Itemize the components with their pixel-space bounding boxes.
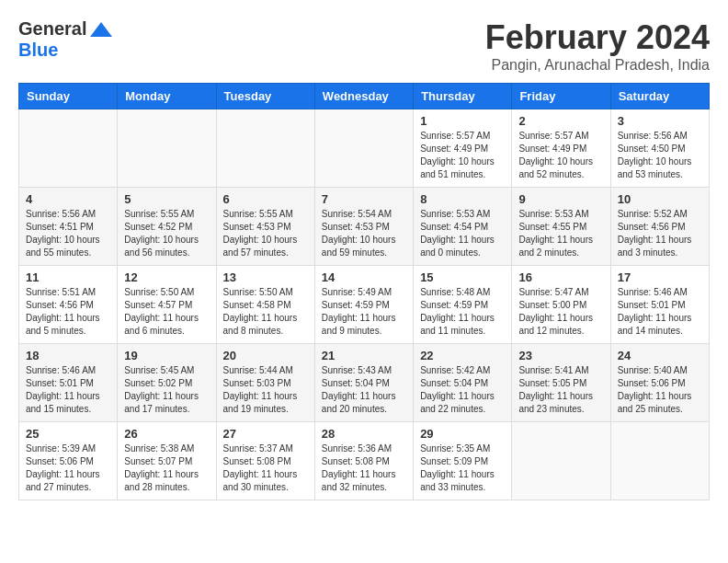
calendar-cell: 20Sunrise: 5:44 AMSunset: 5:03 PMDayligh… <box>216 344 314 422</box>
calendar-cell <box>118 109 216 188</box>
day-info: Sunrise: 5:50 AMSunset: 4:58 PMDaylight:… <box>223 286 308 338</box>
calendar-week-row: 18Sunrise: 5:46 AMSunset: 5:01 PMDayligh… <box>19 344 710 422</box>
calendar-week-row: 4Sunrise: 5:56 AMSunset: 4:51 PMDaylight… <box>19 188 710 266</box>
day-number: 21 <box>322 349 406 362</box>
calendar-cell <box>610 422 709 500</box>
weekday-header: Tuesday <box>216 84 314 109</box>
day-number: 5 <box>124 192 209 206</box>
calendar-cell <box>512 422 610 500</box>
day-info: Sunrise: 5:44 AMSunset: 5:03 PMDaylight:… <box>223 364 308 416</box>
calendar-cell: 3Sunrise: 5:56 AMSunset: 4:50 PMDaylight… <box>610 109 709 188</box>
day-info: Sunrise: 5:38 AMSunset: 5:07 PMDaylight:… <box>124 442 209 494</box>
day-number: 11 <box>26 270 110 284</box>
day-info: Sunrise: 5:40 AMSunset: 5:06 PMDaylight:… <box>618 364 702 416</box>
day-info: Sunrise: 5:52 AMSunset: 4:56 PMDaylight:… <box>618 208 702 259</box>
day-info: Sunrise: 5:54 AMSunset: 4:53 PMDaylight:… <box>322 208 406 259</box>
weekday-header-row: SundayMondayTuesdayWednesdayThursdayFrid… <box>19 84 710 109</box>
weekday-header: Monday <box>118 84 216 109</box>
day-number: 4 <box>26 192 110 206</box>
calendar-week-row: 25Sunrise: 5:39 AMSunset: 5:06 PMDayligh… <box>19 422 710 500</box>
day-info: Sunrise: 5:43 AMSunset: 5:04 PMDaylight:… <box>322 364 406 416</box>
calendar-cell: 4Sunrise: 5:56 AMSunset: 4:51 PMDaylight… <box>19 188 118 266</box>
day-info: Sunrise: 5:48 AMSunset: 4:59 PMDaylight:… <box>420 286 505 338</box>
logo: General Blue <box>18 18 116 61</box>
day-number: 1 <box>420 114 505 128</box>
day-info: Sunrise: 5:46 AMSunset: 5:01 PMDaylight:… <box>618 286 702 338</box>
day-number: 14 <box>322 270 406 284</box>
day-info: Sunrise: 5:47 AMSunset: 5:00 PMDaylight:… <box>518 286 603 338</box>
svg-marker-0 <box>90 22 112 37</box>
calendar-week-row: 11Sunrise: 5:51 AMSunset: 4:56 PMDayligh… <box>19 266 710 344</box>
day-number: 7 <box>322 192 406 206</box>
day-number: 24 <box>618 349 702 362</box>
day-info: Sunrise: 5:51 AMSunset: 4:56 PMDaylight:… <box>26 286 110 338</box>
day-info: Sunrise: 5:46 AMSunset: 5:01 PMDaylight:… <box>26 364 110 416</box>
day-info: Sunrise: 5:53 AMSunset: 4:54 PMDaylight:… <box>420 208 505 259</box>
weekday-header: Saturday <box>610 84 709 109</box>
calendar-cell: 19Sunrise: 5:45 AMSunset: 5:02 PMDayligh… <box>118 344 216 422</box>
month-year: February 2024 <box>485 18 710 57</box>
day-number: 12 <box>124 270 209 284</box>
calendar-cell: 26Sunrise: 5:38 AMSunset: 5:07 PMDayligh… <box>118 422 216 500</box>
calendar-cell: 6Sunrise: 5:55 AMSunset: 4:53 PMDaylight… <box>216 188 314 266</box>
page-header: General Blue February 2024 Pangin, Aruna… <box>18 18 710 74</box>
calendar-cell: 25Sunrise: 5:39 AMSunset: 5:06 PMDayligh… <box>19 422 118 500</box>
weekday-header: Friday <box>512 84 610 109</box>
day-number: 29 <box>420 427 505 441</box>
calendar-cell: 15Sunrise: 5:48 AMSunset: 4:59 PMDayligh… <box>414 266 512 344</box>
day-info: Sunrise: 5:50 AMSunset: 4:57 PMDaylight:… <box>124 286 209 338</box>
day-number: 20 <box>223 349 308 362</box>
location: Pangin, Arunachal Pradesh, India <box>485 57 710 74</box>
day-info: Sunrise: 5:56 AMSunset: 4:51 PMDaylight:… <box>26 208 110 259</box>
calendar-cell: 21Sunrise: 5:43 AMSunset: 5:04 PMDayligh… <box>314 344 413 422</box>
day-number: 2 <box>518 114 603 128</box>
calendar-cell: 16Sunrise: 5:47 AMSunset: 5:00 PMDayligh… <box>512 266 610 344</box>
day-number: 3 <box>618 114 702 128</box>
day-number: 9 <box>518 192 603 206</box>
day-info: Sunrise: 5:55 AMSunset: 4:53 PMDaylight:… <box>223 208 308 259</box>
calendar-cell <box>19 109 118 188</box>
calendar-cell: 22Sunrise: 5:42 AMSunset: 5:04 PMDayligh… <box>414 344 512 422</box>
calendar-cell: 13Sunrise: 5:50 AMSunset: 4:58 PMDayligh… <box>216 266 314 344</box>
day-number: 6 <box>223 192 308 206</box>
calendar-week-row: 1Sunrise: 5:57 AMSunset: 4:49 PMDaylight… <box>19 109 710 188</box>
calendar-cell <box>216 109 314 188</box>
calendar-cell: 24Sunrise: 5:40 AMSunset: 5:06 PMDayligh… <box>610 344 709 422</box>
day-number: 13 <box>223 270 308 284</box>
calendar-cell: 11Sunrise: 5:51 AMSunset: 4:56 PMDayligh… <box>19 266 118 344</box>
calendar-cell: 7Sunrise: 5:54 AMSunset: 4:53 PMDaylight… <box>314 188 413 266</box>
logo-general: General <box>18 18 86 40</box>
day-info: Sunrise: 5:41 AMSunset: 5:05 PMDaylight:… <box>518 364 603 416</box>
day-info: Sunrise: 5:53 AMSunset: 4:55 PMDaylight:… <box>518 208 603 259</box>
calendar-cell: 8Sunrise: 5:53 AMSunset: 4:54 PMDaylight… <box>414 188 512 266</box>
day-number: 19 <box>124 349 209 362</box>
calendar-cell: 1Sunrise: 5:57 AMSunset: 4:49 PMDaylight… <box>414 109 512 188</box>
day-info: Sunrise: 5:42 AMSunset: 5:04 PMDaylight:… <box>420 364 505 416</box>
calendar-cell: 9Sunrise: 5:53 AMSunset: 4:55 PMDaylight… <box>512 188 610 266</box>
day-info: Sunrise: 5:55 AMSunset: 4:52 PMDaylight:… <box>124 208 209 259</box>
day-info: Sunrise: 5:57 AMSunset: 4:49 PMDaylight:… <box>518 130 603 181</box>
calendar-cell: 18Sunrise: 5:46 AMSunset: 5:01 PMDayligh… <box>19 344 118 422</box>
day-number: 17 <box>618 270 702 284</box>
calendar-cell: 14Sunrise: 5:49 AMSunset: 4:59 PMDayligh… <box>314 266 413 344</box>
calendar-cell: 29Sunrise: 5:35 AMSunset: 5:09 PMDayligh… <box>414 422 512 500</box>
weekday-header: Sunday <box>19 84 118 109</box>
day-number: 28 <box>322 427 406 441</box>
day-number: 8 <box>420 192 505 206</box>
calendar-cell: 2Sunrise: 5:57 AMSunset: 4:49 PMDaylight… <box>512 109 610 188</box>
day-info: Sunrise: 5:39 AMSunset: 5:06 PMDaylight:… <box>26 442 110 494</box>
weekday-header: Thursday <box>414 84 512 109</box>
day-info: Sunrise: 5:36 AMSunset: 5:08 PMDaylight:… <box>322 442 406 494</box>
calendar-cell <box>314 109 413 188</box>
day-number: 23 <box>518 349 603 362</box>
day-info: Sunrise: 5:45 AMSunset: 5:02 PMDaylight:… <box>124 364 209 416</box>
calendar-cell: 28Sunrise: 5:36 AMSunset: 5:08 PMDayligh… <box>314 422 413 500</box>
calendar-cell: 27Sunrise: 5:37 AMSunset: 5:08 PMDayligh… <box>216 422 314 500</box>
calendar-cell: 10Sunrise: 5:52 AMSunset: 4:56 PMDayligh… <box>610 188 709 266</box>
day-number: 27 <box>223 427 308 441</box>
title-block: February 2024 Pangin, Arunachal Pradesh,… <box>485 18 710 74</box>
calendar-cell: 12Sunrise: 5:50 AMSunset: 4:57 PMDayligh… <box>118 266 216 344</box>
calendar-cell: 23Sunrise: 5:41 AMSunset: 5:05 PMDayligh… <box>512 344 610 422</box>
calendar-cell: 17Sunrise: 5:46 AMSunset: 5:01 PMDayligh… <box>610 266 709 344</box>
day-number: 18 <box>26 349 110 362</box>
